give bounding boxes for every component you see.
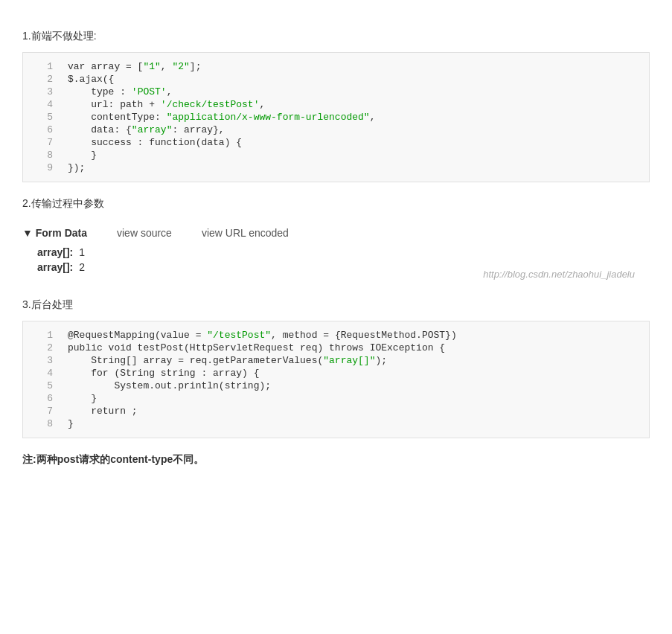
form-data-key: array[]: xyxy=(37,246,73,258)
form-data-section: ▼ Form Data view source view URL encoded… xyxy=(22,220,650,284)
code-text: data: {"array": array}, xyxy=(68,124,225,135)
code-text: type : 'POST', xyxy=(68,86,172,97)
line-number: 5 xyxy=(31,380,53,391)
form-data-value: 1 xyxy=(76,246,85,258)
section3-title: 3.后台处理 xyxy=(22,298,650,312)
form-data-value: 2 xyxy=(76,261,85,273)
code-text: url: path + '/check/testPost', xyxy=(68,99,265,110)
view-url-encoded-link[interactable]: view URL encoded xyxy=(202,227,289,239)
code-line-4: 4 url: path + '/check/testPost', xyxy=(23,98,649,111)
code-text: @RequestMapping(value = "/testPost", met… xyxy=(68,330,457,341)
code-line-1: 1 var array = ["1", "2"]; xyxy=(23,60,649,73)
line-number: 8 xyxy=(31,150,53,161)
code-text: } xyxy=(68,418,74,429)
line-number: 3 xyxy=(31,86,53,97)
code-line-s3-6: 6 } xyxy=(23,392,649,405)
section2-title: 2.传输过程中参数 xyxy=(22,197,650,211)
code-text: success : function(data) { xyxy=(68,137,242,148)
code-line-7: 7 success : function(data) { xyxy=(23,136,649,149)
code-text: $.ajax({ xyxy=(68,74,114,85)
form-data-rows: array[]: 1 array[]: 2 http://blog.csdn.n… xyxy=(22,246,650,273)
form-data-row-2: array[]: 2 http://blog.csdn.net/zhaohui_… xyxy=(37,261,650,273)
code-line-8: 8 } xyxy=(23,149,649,161)
line-number: 5 xyxy=(31,112,53,123)
line-number: 9 xyxy=(31,162,53,173)
line-number: 6 xyxy=(31,393,53,404)
code-line-s3-7: 7 return ; xyxy=(23,405,649,417)
line-number: 3 xyxy=(31,355,53,366)
line-number: 2 xyxy=(31,342,53,353)
code-line-s3-8: 8 } xyxy=(23,417,649,430)
triangle-icon: ▼ xyxy=(22,227,36,239)
code-text: } xyxy=(68,150,97,161)
section1-title: 1.前端不做处理: xyxy=(22,30,650,43)
note-text: 注:两种post请求的content-type不同。 xyxy=(22,453,650,467)
section3-code-block: 1 @RequestMapping(value = "/testPost", m… xyxy=(22,321,650,438)
code-line-s3-3: 3 String[] array = req.getParameterValue… xyxy=(23,354,649,367)
code-line-s3-2: 2 public void testPost(HttpServletReques… xyxy=(23,342,649,354)
code-line-6: 6 data: {"array": array}, xyxy=(23,124,649,136)
code-line-9: 9 }); xyxy=(23,161,649,174)
form-data-header: ▼ Form Data view source view URL encoded xyxy=(22,227,650,239)
code-text: return ; xyxy=(68,406,138,417)
line-number: 7 xyxy=(31,406,53,417)
view-source-link[interactable]: view source xyxy=(117,227,172,239)
form-data-title: ▼ Form Data xyxy=(22,227,87,239)
code-text: }); xyxy=(68,162,85,173)
line-number: 2 xyxy=(31,74,53,85)
code-line-s3-1: 1 @RequestMapping(value = "/testPost", m… xyxy=(23,329,649,342)
line-number: 8 xyxy=(31,418,53,429)
code-text: contentType: "application/x-www-form-url… xyxy=(68,112,375,123)
line-number: 6 xyxy=(31,124,53,135)
line-number: 4 xyxy=(31,368,53,379)
line-number: 4 xyxy=(31,99,53,110)
code-text: for (String string : array) { xyxy=(68,368,259,379)
watermark-text: http://blog.csdn.net/zhaohui_jiadelu xyxy=(483,269,635,280)
code-text: public void testPost(HttpServletRequest … xyxy=(68,342,445,353)
code-text: } xyxy=(68,393,97,404)
code-line-s3-5: 5 System.out.println(string); xyxy=(23,380,649,392)
line-number: 1 xyxy=(31,61,53,72)
code-line-5: 5 contentType: "application/x-www-form-u… xyxy=(23,111,649,124)
line-number: 7 xyxy=(31,137,53,148)
code-text: var array = ["1", "2"]; xyxy=(68,61,201,72)
code-line-2: 2 $.ajax({ xyxy=(23,73,649,86)
form-data-key: array[]: xyxy=(37,261,73,273)
line-number: 1 xyxy=(31,330,53,341)
form-data-row-1: array[]: 1 xyxy=(37,246,650,258)
section1-code-block: 1 var array = ["1", "2"]; 2 $.ajax({ 3 t… xyxy=(22,52,650,182)
code-text: String[] array = req.getParameterValues(… xyxy=(68,355,387,366)
code-line-3: 3 type : 'POST', xyxy=(23,86,649,98)
code-text: System.out.println(string); xyxy=(68,380,271,391)
code-line-s3-4: 4 for (String string : array) { xyxy=(23,367,649,380)
